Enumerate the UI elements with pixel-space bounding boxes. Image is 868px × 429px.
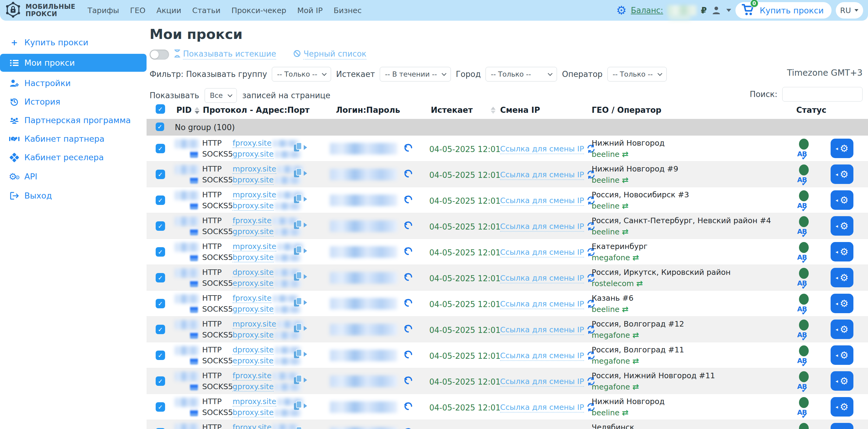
row-settings-button[interactable]: ◂ ⚙ (831, 345, 854, 365)
sidebar-item-settings[interactable]: Настройки (0, 75, 147, 92)
nav-promos[interactable]: Акции (157, 6, 182, 15)
row-settings-button[interactable]: ◂ ⚙ (831, 397, 854, 417)
http-address-link[interactable]: mproxy.site (232, 319, 276, 329)
socks-address-link[interactable]: bproxy.site (232, 331, 274, 340)
http-address-link[interactable]: fproxy.site (232, 371, 272, 381)
socks-address-link[interactable]: gproxy.site (232, 150, 274, 159)
swap-operator-icon[interactable]: ⇄ (622, 227, 629, 236)
socks-address-link[interactable]: gproxy.site (232, 305, 274, 314)
regenerate-credentials-icon[interactable] (403, 427, 413, 429)
http-address-link[interactable]: dproxy.site (232, 268, 274, 277)
row-settings-button[interactable]: ◂ ⚙ (831, 164, 854, 184)
sidebar-item-affiliate-program[interactable]: Партнерская программа (0, 112, 147, 129)
socks-address-link[interactable]: bproxy.site (232, 253, 274, 263)
row-settings-button[interactable]: ◂ ⚙ (831, 216, 854, 236)
change-ip-link[interactable]: Ссылка для смены IP (500, 403, 584, 412)
row-checkbox[interactable]: ✓ (156, 299, 165, 308)
nav-geo[interactable]: ГЕО (130, 6, 146, 15)
show-expired-link[interactable]: Показывать истекшие (174, 49, 276, 60)
row-settings-button[interactable]: ◂ ⚙ (831, 190, 854, 210)
copy-address-button[interactable] (293, 142, 307, 153)
regenerate-credentials-icon[interactable] (403, 246, 413, 257)
row-checkbox[interactable]: ✓ (156, 376, 165, 386)
http-address-link[interactable]: fproxy.site (232, 294, 272, 303)
copy-address-button[interactable] (293, 323, 307, 334)
row-settings-button[interactable]: ◂ ⚙ (831, 139, 854, 158)
balance-link[interactable]: Баланс: (631, 6, 663, 15)
copy-address-button[interactable] (293, 401, 307, 411)
change-ip-link[interactable]: Ссылка для смены IP (500, 274, 584, 283)
socks-address-link[interactable]: eproxy.site (232, 356, 274, 366)
select-all-checkbox[interactable]: ✓ (156, 104, 165, 114)
regenerate-credentials-icon[interactable] (403, 194, 413, 206)
search-input[interactable] (782, 87, 863, 101)
regenerate-credentials-icon[interactable] (403, 143, 413, 154)
http-address-link[interactable]: mproxy.site (232, 190, 276, 200)
regenerate-credentials-icon[interactable] (403, 169, 413, 180)
change-ip-link[interactable]: Ссылка для смены IP (500, 300, 584, 309)
change-ip-link[interactable]: Ссылка для смены IP (500, 377, 584, 387)
regenerate-credentials-icon[interactable] (403, 220, 413, 232)
sidebar-item-reseller-cabinet[interactable]: Кабинет реселера (0, 149, 147, 166)
copy-address-button[interactable] (293, 349, 307, 359)
socks-address-link[interactable]: gproxy.site (232, 227, 274, 237)
change-ip-link[interactable]: Ссылка для смены IP (500, 248, 584, 257)
http-address-link[interactable]: mproxy.site (232, 242, 276, 251)
http-address-link[interactable]: fproxy.site (232, 216, 272, 225)
nav-tariffs[interactable]: Тарифы (88, 6, 119, 15)
copy-address-button[interactable] (293, 168, 307, 179)
row-checkbox[interactable]: ✓ (156, 144, 165, 153)
http-address-link[interactable]: dproxy.site (232, 345, 274, 355)
row-checkbox[interactable]: ✓ (156, 325, 165, 334)
row-settings-button[interactable]: ◂ ⚙ (831, 242, 854, 262)
filter-city-select[interactable]: -- Только -- (486, 67, 557, 82)
column-header-login[interactable]: Логин:Пароль (336, 105, 400, 115)
copy-address-button[interactable] (293, 194, 307, 204)
swap-operator-icon[interactable]: ⇄ (632, 331, 639, 340)
copy-address-button[interactable] (293, 427, 307, 429)
sidebar-item-partner-cabinet[interactable]: Кабинет партнера (0, 130, 147, 147)
regenerate-credentials-icon[interactable] (403, 350, 413, 361)
column-header-geo[interactable]: ГЕО / Оператор (592, 105, 661, 115)
column-header-change-ip[interactable]: Смена IP (500, 105, 540, 115)
row-settings-button[interactable]: ◂ ⚙ (831, 319, 854, 339)
row-checkbox[interactable]: ✓ (156, 350, 165, 360)
copy-address-button[interactable] (293, 375, 307, 385)
nav-proxy-checker[interactable]: Прокси-чекер (231, 6, 286, 15)
socks-address-link[interactable]: eproxy.site (232, 279, 274, 288)
column-header-protocol-address[interactable]: Протокол - Адрес:Порт (203, 105, 310, 115)
nav-my-ip[interactable]: Мой IP (297, 6, 323, 15)
show-expired-toggle[interactable] (150, 50, 169, 60)
swap-operator-icon[interactable]: ⇄ (632, 253, 639, 262)
regenerate-credentials-icon[interactable] (403, 298, 413, 309)
nav-articles[interactable]: Статьи (192, 6, 220, 15)
column-header-pid[interactable]: PID (176, 105, 199, 115)
regenerate-credentials-icon[interactable] (403, 324, 413, 335)
column-header-expires[interactable]: Истекает (431, 105, 473, 115)
copy-address-button[interactable] (293, 246, 307, 256)
row-settings-button[interactable]: ◂ ⚙ (831, 371, 854, 391)
user-account-icon[interactable] (711, 5, 721, 16)
change-ip-link[interactable]: Ссылка для смены IP (500, 325, 584, 335)
swap-operator-icon[interactable]: ⇄ (622, 201, 629, 210)
http-address-link[interactable]: fproxy.site (232, 423, 272, 429)
regenerate-credentials-icon[interactable] (403, 272, 413, 283)
change-ip-link[interactable]: Ссылка для смены IP (500, 196, 584, 206)
column-header-status[interactable]: Статус (796, 105, 826, 115)
swap-operator-icon[interactable]: ⇄ (622, 408, 629, 417)
http-address-link[interactable]: mproxy.site (232, 397, 276, 406)
group-checkbox[interactable]: ✓ (156, 123, 164, 131)
sidebar-item-buy-proxies[interactable]: + Купить прокси (0, 34, 147, 51)
socks-address-link[interactable]: bproxy.site (232, 176, 274, 185)
swap-operator-icon[interactable]: ⇄ (632, 356, 639, 365)
sidebar-item-history[interactable]: История (0, 93, 147, 110)
copy-address-button[interactable] (293, 220, 307, 230)
socks-address-link[interactable]: bproxy.site (232, 408, 274, 418)
change-ip-link[interactable]: Ссылка для смены IP (500, 351, 584, 361)
row-settings-button[interactable]: ◂ ⚙ (831, 294, 854, 313)
sidebar-item-logout[interactable]: Выход (0, 187, 147, 204)
row-settings-button[interactable]: ◂ ⚙ (831, 268, 854, 287)
row-checkbox[interactable]: ✓ (156, 170, 165, 179)
swap-operator-icon[interactable]: ⇄ (636, 279, 643, 288)
row-checkbox[interactable]: ✓ (156, 402, 165, 412)
